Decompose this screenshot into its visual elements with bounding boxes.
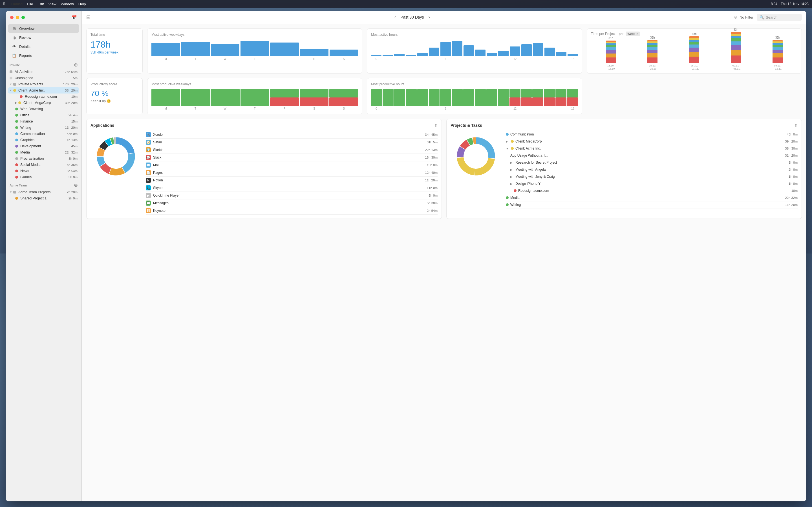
list-item[interactable]: 📞Skype11h 0m xyxy=(146,184,406,192)
app-name: Skype xyxy=(153,186,406,190)
graphics-row[interactable]: Graphics 1h 13m xyxy=(11,137,82,143)
bar-up xyxy=(329,89,358,98)
list-item[interactable]: NNotion11h 20m xyxy=(146,177,406,184)
activity-dot xyxy=(15,108,18,110)
menu-edit[interactable]: Edit xyxy=(38,2,44,6)
unassigned-icon xyxy=(10,76,12,79)
games-row[interactable]: Games 3h 0m xyxy=(11,174,82,180)
prev-period-button[interactable]: ‹ xyxy=(392,13,398,21)
shared-project-row[interactable]: Shared Project 1 2h 0m xyxy=(11,195,82,202)
total-time-value: 178h xyxy=(91,40,139,50)
development-row[interactable]: Development 45m xyxy=(11,143,82,149)
bar-up xyxy=(151,89,180,106)
chart-label xyxy=(406,107,406,110)
total-time-sub: 35h 46m per week xyxy=(91,50,139,54)
communication-row[interactable]: Communication 43h 0m xyxy=(11,131,82,137)
toolbar: ⊟ ‹ Past 30 Days › ⊙ No Filter 🔍 Search xyxy=(82,11,406,24)
app-name: Xcode xyxy=(153,133,406,136)
chart-label xyxy=(406,57,406,61)
bar-up xyxy=(181,89,210,106)
app-name: Slack xyxy=(153,156,406,159)
list-item[interactable]: ✉️Mail15h 0m xyxy=(146,161,406,169)
chart-label: F xyxy=(270,107,299,110)
chart-label: 0 xyxy=(371,107,382,110)
minimize-button[interactable] xyxy=(16,16,19,19)
sidebar-item-review[interactable]: ◎ Review xyxy=(8,33,79,42)
activity-dot xyxy=(15,132,18,135)
sidebar-item-details[interactable]: 👁 Details xyxy=(8,42,79,51)
most-productive-hours-title: Most productive hours xyxy=(371,82,406,86)
bar xyxy=(371,55,382,56)
all-activities-row[interactable]: All Activities 178h 54m xyxy=(6,69,82,75)
mixed-bar-wrap xyxy=(270,89,299,106)
add-private-button[interactable]: ⊕ xyxy=(74,62,78,68)
applications-card: Applications ⬆ 🔨Xcode34h 45m🧭Safari31h 5… xyxy=(86,119,406,219)
maximize-button[interactable] xyxy=(21,16,25,19)
list-item[interactable]: 💬Slack16h 30m xyxy=(146,154,406,161)
acme-team-projects-row[interactable]: ▼ Acme Team Projects 2h 20m xyxy=(6,189,82,195)
writing-row[interactable]: Writing 11h 20m xyxy=(11,124,82,131)
productive-weekdays-chart xyxy=(151,89,358,106)
list-item[interactable]: 💎Sketch22h 13m xyxy=(146,146,406,154)
finance-row[interactable]: Finance 15m xyxy=(11,118,82,124)
private-projects-row[interactable]: ▼ Private Projects 176h 29m xyxy=(6,81,82,87)
bar xyxy=(300,49,328,57)
sidebar-item-label: Reports xyxy=(19,54,32,58)
sidebar-item-reports[interactable]: 📋 Reports xyxy=(8,51,79,60)
client-megacorp-row[interactable]: ▶ Client: MegaCorp 39h 20m xyxy=(11,100,82,106)
sidebar-item-overview[interactable]: ⊞ Overview xyxy=(8,24,79,33)
client-acme-row[interactable]: ▼ Client: Acme Inc. 38h 20m xyxy=(8,87,79,94)
layout-icon[interactable]: ⊟ xyxy=(86,14,91,20)
bar-down xyxy=(270,98,299,106)
app-name: Mail xyxy=(153,163,406,167)
web-browsing-row[interactable]: Web Browsing xyxy=(11,106,82,112)
bar-up xyxy=(371,89,382,106)
private-section-header: Private ⊕ xyxy=(6,60,82,69)
menu-help[interactable]: Help xyxy=(79,2,86,6)
list-item[interactable]: 🎞Keynote2h 54m xyxy=(146,207,406,215)
calendar-icon[interactable]: 📅 xyxy=(71,15,77,20)
list-item[interactable]: 📄Pages12h 40m xyxy=(146,169,406,177)
bar xyxy=(383,55,393,56)
app-icon: 💎 xyxy=(146,147,151,152)
activity-dot xyxy=(15,170,18,172)
app-name: Safari xyxy=(153,140,406,144)
stats-area: Total time 178h 35h 46m per week Most ac… xyxy=(82,24,406,253)
list-item[interactable]: 💬Messages5h 30m xyxy=(146,200,406,207)
apple-menu[interactable]:  xyxy=(3,1,5,6)
app-name[interactable]: Timing xyxy=(11,2,22,6)
stats-row-top: Total time 178h 35h 46m per week Most ac… xyxy=(86,29,406,73)
chart-label: M xyxy=(151,107,180,110)
unassigned-row[interactable]: Unassigned 5m xyxy=(6,75,82,81)
main-content: ⊟ ‹ Past 30 Days › ⊙ No Filter 🔍 Search … xyxy=(82,11,406,253)
chart-label xyxy=(383,57,393,61)
menu-window[interactable]: Window xyxy=(61,2,74,6)
office-row[interactable]: Office 2h 4m xyxy=(11,112,82,118)
media-row[interactable]: Media 22h 32m xyxy=(11,149,82,156)
mixed-bar-wrap xyxy=(241,89,269,106)
productivity-score-card: Productivity score 70 % Keep it up 😊 xyxy=(86,78,143,114)
list-item[interactable]: 🔨Xcode34h 45m xyxy=(146,131,406,138)
bar xyxy=(241,41,269,56)
menu-file[interactable]: File xyxy=(27,2,33,6)
most-active-weekdays-title: Most active weekdays xyxy=(151,33,358,37)
mixed-bar-wrap xyxy=(394,89,405,106)
app-icon: ▶ xyxy=(146,193,151,198)
mixed-bar-wrap xyxy=(181,89,210,106)
close-button[interactable] xyxy=(10,16,13,19)
list-item[interactable]: 🧭Safari31h 5m xyxy=(146,138,406,146)
list-item[interactable]: ▶QuickTime Player9h 0m xyxy=(146,192,406,200)
chart-label: S xyxy=(329,57,358,61)
app-icon: 🔨 xyxy=(146,132,151,137)
social-media-row[interactable]: Social Media 5h 36m xyxy=(11,162,82,168)
weekdays-chart xyxy=(151,40,358,56)
hours-labels: 061218 xyxy=(371,57,406,61)
redesign-acme-row[interactable]: Redesign acme.com 10m xyxy=(16,94,82,100)
expand-icon: ▼ xyxy=(10,191,12,193)
add-acme-button[interactable]: ⊕ xyxy=(74,182,78,188)
procrastination-row[interactable]: Procrastination 3h 0m xyxy=(11,156,82,162)
news-row[interactable]: News 5h 54m xyxy=(11,168,82,174)
chart-label: T xyxy=(241,107,269,110)
productive-hours-chart xyxy=(371,89,406,106)
menu-view[interactable]: View xyxy=(49,2,56,6)
